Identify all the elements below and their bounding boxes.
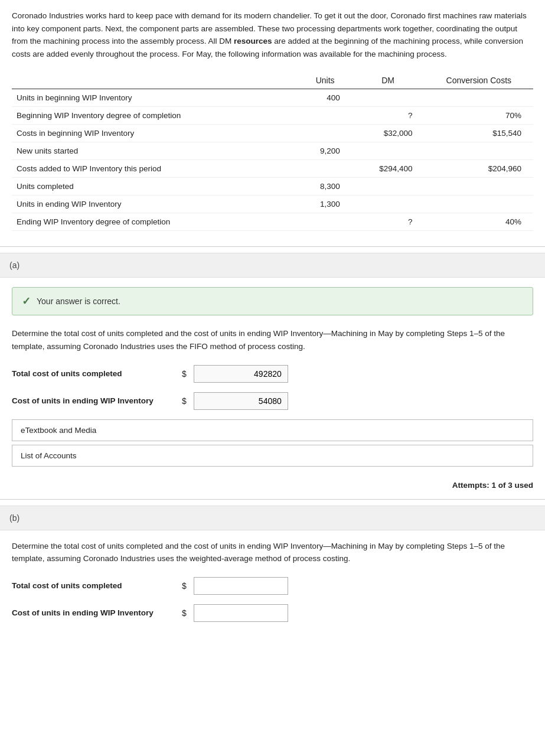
- correct-message: Your answer is correct.: [37, 296, 120, 306]
- row-label: Beginning WIP Inventory degree of comple…: [12, 107, 299, 125]
- row-cc: [425, 178, 533, 195]
- list-accounts-button-a[interactable]: List of Accounts: [12, 445, 533, 467]
- cost-ending-wip-b-input[interactable]: [194, 604, 288, 622]
- row-label: New units started: [12, 142, 299, 160]
- table-row: Units in ending WIP Inventory 1,300: [12, 195, 533, 213]
- table-row: New units started 9,200: [12, 142, 533, 160]
- total-cost-completed-a-dollar: $: [182, 369, 187, 379]
- table-row: Costs in beginning WIP Inventory $32,000…: [12, 125, 533, 142]
- col-header-cc: Conversion Costs: [425, 72, 533, 89]
- part-a-fields: Total cost of units completed $ Cost of …: [12, 365, 533, 410]
- part-a-body: ✓ Your answer is correct. Determine the …: [0, 278, 545, 499]
- table-row: Units in beginning WIP Inventory 400: [12, 89, 533, 107]
- part-a-instruction: Determine the total cost of units comple…: [12, 327, 533, 353]
- row-label: Units in beginning WIP Inventory: [12, 89, 299, 107]
- row-units: 8,300: [299, 178, 352, 195]
- row-units: 1,300: [299, 195, 352, 213]
- cost-ending-wip-a-input[interactable]: [194, 392, 288, 410]
- attempts-text: Attempts: 1 of 3 used: [452, 481, 533, 490]
- row-dm: [352, 195, 425, 213]
- part-b-instruction: Determine the total cost of units comple…: [12, 540, 533, 565]
- col-header-label: [12, 72, 299, 89]
- part-b-body: Determine the total cost of units comple…: [0, 530, 545, 641]
- etextbook-button-a[interactable]: eTextbook and Media: [12, 419, 533, 441]
- cost-ending-wip-b-dollar: $: [182, 608, 187, 618]
- row-label: Units in ending WIP Inventory: [12, 195, 299, 213]
- row-dm: [352, 178, 425, 195]
- row-units: [299, 125, 352, 142]
- correct-banner: ✓ Your answer is correct.: [12, 287, 533, 315]
- table-row: Ending WIP Inventory degree of completio…: [12, 213, 533, 231]
- cost-ending-wip-b-label: Cost of units in ending WIP Inventory: [12, 608, 177, 617]
- total-cost-completed-b-input[interactable]: [194, 577, 288, 595]
- col-header-units: Units: [299, 72, 352, 89]
- row-cc: 40%: [425, 213, 533, 231]
- table-row: Costs added to WIP Inventory this period…: [12, 160, 533, 178]
- table-row: Beginning WIP Inventory degree of comple…: [12, 107, 533, 125]
- total-cost-completed-a-input[interactable]: [194, 365, 288, 383]
- row-label: Costs added to WIP Inventory this period: [12, 160, 299, 178]
- row-label: Units completed: [12, 178, 299, 195]
- row-cc: [425, 142, 533, 160]
- total-cost-completed-b-dollar: $: [182, 581, 187, 591]
- intro-section: Coronado Industries works hard to keep p…: [0, 0, 545, 247]
- row-cc: $204,960: [425, 160, 533, 178]
- row-units: [299, 160, 352, 178]
- total-cost-completed-b-row: Total cost of units completed $: [12, 577, 533, 595]
- row-dm: ?: [352, 213, 425, 231]
- wip-table: Units DM Conversion Costs Units in begin…: [12, 72, 533, 231]
- row-units: [299, 107, 352, 125]
- row-label: Costs in beginning WIP Inventory: [12, 125, 299, 142]
- cost-ending-wip-b-row: Cost of units in ending WIP Inventory $: [12, 604, 533, 622]
- part-a-section: (a) ✓ Your answer is correct. Determine …: [0, 253, 545, 499]
- row-dm: $294,400: [352, 160, 425, 178]
- row-cc: 70%: [425, 107, 533, 125]
- row-dm: ?: [352, 107, 425, 125]
- total-cost-completed-a-label: Total cost of units completed: [12, 369, 177, 378]
- intro-paragraph: Coronado Industries works hard to keep p…: [12, 9, 533, 60]
- row-units: 400: [299, 89, 352, 107]
- row-units: [299, 213, 352, 231]
- table-row: Units completed 8,300: [12, 178, 533, 195]
- row-label: Ending WIP Inventory degree of completio…: [12, 213, 299, 231]
- cost-ending-wip-a-label: Cost of units in ending WIP Inventory: [12, 396, 177, 405]
- intro-bold: resources: [234, 37, 272, 45]
- row-cc: [425, 89, 533, 107]
- part-b-fields: Total cost of units completed $ Cost of …: [12, 577, 533, 622]
- attempts-row: Attempts: 1 of 3 used: [12, 476, 533, 490]
- row-dm: $32,000: [352, 125, 425, 142]
- cost-ending-wip-a-row: Cost of units in ending WIP Inventory $: [12, 392, 533, 410]
- row-dm: [352, 89, 425, 107]
- part-b-section: (b) Determine the total cost of units co…: [0, 506, 545, 641]
- row-dm: [352, 142, 425, 160]
- row-cc: [425, 195, 533, 213]
- part-a-buttons: eTextbook and MediaList of Accounts: [12, 419, 533, 467]
- part-a-label: (a): [0, 253, 545, 278]
- row-units: 9,200: [299, 142, 352, 160]
- check-icon: ✓: [22, 295, 31, 308]
- col-header-dm: DM: [352, 72, 425, 89]
- row-cc: $15,540: [425, 125, 533, 142]
- cost-ending-wip-a-dollar: $: [182, 396, 187, 406]
- total-cost-completed-b-label: Total cost of units completed: [12, 581, 177, 590]
- total-cost-completed-a-row: Total cost of units completed $: [12, 365, 533, 383]
- part-b-label: (b): [0, 506, 545, 530]
